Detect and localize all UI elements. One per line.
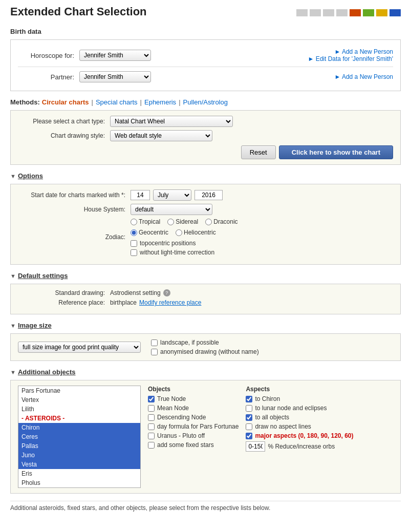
list-item[interactable]: Pars Fortunae bbox=[18, 386, 140, 395]
ao-listbox[interactable]: Pars FortunaeVertexLilith- ASTEROIDS -Ch… bbox=[18, 386, 141, 488]
aspect-checkbox-item[interactable]: draw no aspect lines bbox=[246, 423, 353, 430]
horoscope-row: Horoscope for: Jennifer Smith ► Add a Ne… bbox=[18, 45, 393, 66]
house-system-select[interactable]: default bbox=[131, 204, 212, 215]
modify-reference-place-link[interactable]: Modify reference place bbox=[139, 299, 201, 306]
object-checkbox-item[interactable]: Mean Node bbox=[148, 405, 239, 412]
options-section: ▼ Options Start date for charts marked w… bbox=[10, 172, 401, 265]
chart-type-select[interactable]: Natal Chart Wheel bbox=[110, 116, 233, 127]
list-item[interactable]: Pallas bbox=[18, 441, 140, 451]
chart-type-row: Please select a chart type: Natal Chart … bbox=[18, 116, 393, 127]
ao-grid: Pars FortunaeVertexLilith- ASTEROIDS -Ch… bbox=[18, 386, 393, 488]
reference-place-value: birthplace Modify reference place bbox=[110, 299, 201, 306]
list-item[interactable]: - ASTEROIDS - bbox=[18, 414, 140, 423]
aspects-checks-container: to Chironto lunar node and eclipsesto al… bbox=[246, 395, 353, 439]
edit-data-link[interactable]: ► Edit Data for 'Jennifer Smith' bbox=[308, 55, 393, 62]
ao-aspects-col: Aspects to Chironto lunar node and eclip… bbox=[246, 386, 353, 488]
default-settings-header[interactable]: ▼ Default settings bbox=[10, 272, 401, 280]
show-chart-button[interactable]: Click here to show the chart bbox=[279, 145, 393, 159]
partner-select[interactable]: Jennifer Smith bbox=[79, 71, 151, 82]
birth-data-box: Horoscope for: Jennifer Smith ► Add a Ne… bbox=[10, 39, 401, 91]
zodiac-label: Zodiac: bbox=[18, 233, 131, 241]
orb-input[interactable] bbox=[246, 441, 265, 452]
methods-label: Methods: bbox=[10, 98, 40, 106]
object-checkbox-item[interactable]: Uranus - Pluto off bbox=[148, 432, 239, 439]
object-checkbox-item[interactable]: True Node bbox=[148, 395, 239, 402]
aspect-checkbox-item[interactable]: to lunar node and eclipses bbox=[246, 405, 353, 412]
aspect-checkbox-item[interactable]: to Chiron bbox=[246, 395, 353, 402]
chart-style-select[interactable]: Web default style bbox=[110, 130, 212, 141]
horoscope-label: Horoscope for: bbox=[18, 52, 79, 59]
image-size-collapse-icon: ▼ bbox=[10, 323, 16, 329]
zodiac-check-row: topocentric positions bbox=[131, 240, 238, 247]
ephemeris-link[interactable]: Ephemeris bbox=[144, 98, 176, 106]
object-checkbox-item[interactable]: day formula for Pars Fortunae bbox=[148, 423, 239, 430]
horoscope-select[interactable]: Jennifer Smith bbox=[79, 50, 151, 61]
list-item[interactable]: Vertex bbox=[18, 395, 140, 405]
light-time-checkbox[interactable]: without light-time correction bbox=[131, 249, 214, 256]
image-size-select[interactable]: full size image for good print quality bbox=[18, 342, 141, 353]
anonymised-checkbox[interactable]: anonymised drawing (without name) bbox=[151, 348, 259, 355]
aspect-checkbox-item[interactable]: to all objects bbox=[246, 414, 353, 421]
object-checkbox-item[interactable]: add some fixed stars bbox=[148, 441, 239, 449]
birth-data-title: Birth data bbox=[10, 28, 401, 35]
horoscope-input-area: Jennifer Smith bbox=[79, 50, 308, 61]
additional-objects-collapse-icon: ▼ bbox=[10, 369, 16, 375]
chart-style-label: Chart drawing style: bbox=[18, 132, 110, 139]
circular-charts-link[interactable]: Circular charts bbox=[42, 98, 89, 106]
list-item[interactable]: Nessus bbox=[18, 487, 140, 488]
page-title: Extended Chart Selection bbox=[10, 5, 147, 18]
topocentric-checkbox[interactable]: topocentric positions bbox=[131, 240, 196, 247]
additional-objects-section: ▼ Additional objects Pars FortunaeVertex… bbox=[10, 368, 401, 494]
start-date-label: Start date for charts marked with *: bbox=[18, 191, 131, 199]
orb-row: % Reduce/increase orbs bbox=[246, 441, 353, 452]
top-bar: Extended Chart Selection bbox=[10, 5, 401, 20]
special-charts-link[interactable]: Special charts bbox=[96, 98, 138, 106]
default-settings-box: Standard drawing: Astrodienst setting ? … bbox=[10, 284, 401, 314]
additional-objects-header[interactable]: ▼ Additional objects bbox=[10, 368, 401, 376]
color-square bbox=[310, 9, 321, 16]
draconic-radio[interactable]: Draconic bbox=[205, 218, 237, 225]
footer-note: Additional asteroids, fixed stars, and o… bbox=[10, 501, 401, 512]
list-item[interactable]: Chiron bbox=[18, 423, 140, 432]
start-day-input[interactable] bbox=[131, 190, 150, 200]
color-square bbox=[390, 9, 401, 16]
default-settings-collapse-icon: ▼ bbox=[10, 273, 16, 279]
list-item[interactable]: Lilith bbox=[18, 405, 140, 414]
image-size-row: full size image for good print quality l… bbox=[18, 339, 393, 355]
color-square bbox=[376, 9, 387, 16]
aspects-title: Aspects bbox=[246, 386, 353, 393]
list-item[interactable]: Pholus bbox=[18, 478, 140, 487]
standard-drawing-value: Astrodienst setting ? bbox=[110, 289, 170, 296]
sidereal-radio[interactable]: Sidereal bbox=[167, 218, 198, 225]
list-item[interactable]: Ceres bbox=[18, 432, 140, 441]
geocentric-radio[interactable]: Geocentric bbox=[131, 229, 168, 236]
additional-objects-title: Additional objects bbox=[18, 368, 76, 376]
orb-suffix: % Reduce/increase orbs bbox=[268, 443, 335, 450]
additional-objects-box: Pars FortunaeVertexLilith- ASTEROIDS -Ch… bbox=[10, 380, 401, 494]
chart-style-row: Chart drawing style: Web default style bbox=[18, 130, 393, 141]
aspect-checkbox-item[interactable]: major aspects (0, 180, 90, 120, 60) bbox=[246, 432, 353, 439]
start-month-select[interactable]: JanuaryFebruaryMarchAprilMayJuneJulyAugu… bbox=[153, 189, 191, 201]
color-squares bbox=[296, 9, 401, 16]
objects-title: Objects bbox=[148, 386, 239, 393]
list-item[interactable]: Juno bbox=[18, 451, 140, 460]
list-item[interactable]: Eris bbox=[18, 469, 140, 478]
add-new-person-link[interactable]: ► Add a New Person bbox=[334, 48, 393, 55]
color-square bbox=[363, 9, 374, 16]
list-item[interactable]: Vesta bbox=[18, 460, 140, 469]
objects-checks-container: True NodeMean NodeDescending Nodeday for… bbox=[148, 395, 239, 449]
standard-drawing-row: Standard drawing: Astrodienst setting ? bbox=[18, 289, 393, 296]
image-size-header[interactable]: ▼ Image size bbox=[10, 322, 401, 329]
pullen-astrolog-link[interactable]: Pullen/Astrolog bbox=[183, 98, 228, 106]
reset-button[interactable]: Reset bbox=[241, 145, 276, 159]
standard-drawing-label: Standard drawing: bbox=[18, 289, 110, 296]
start-year-input[interactable] bbox=[194, 190, 223, 200]
partner-input-area: Jennifer Smith bbox=[79, 71, 334, 82]
object-checkbox-item[interactable]: Descending Node bbox=[148, 414, 239, 421]
tropical-radio[interactable]: Tropical bbox=[131, 218, 160, 225]
options-header[interactable]: ▼ Options bbox=[10, 172, 401, 180]
landscape-checkbox[interactable]: landscape, if possible bbox=[151, 339, 259, 346]
help-badge[interactable]: ? bbox=[163, 289, 170, 296]
add-new-person2-link[interactable]: ► Add a New Person bbox=[334, 73, 393, 80]
heliocentric-radio[interactable]: Heliocentric bbox=[176, 229, 216, 236]
